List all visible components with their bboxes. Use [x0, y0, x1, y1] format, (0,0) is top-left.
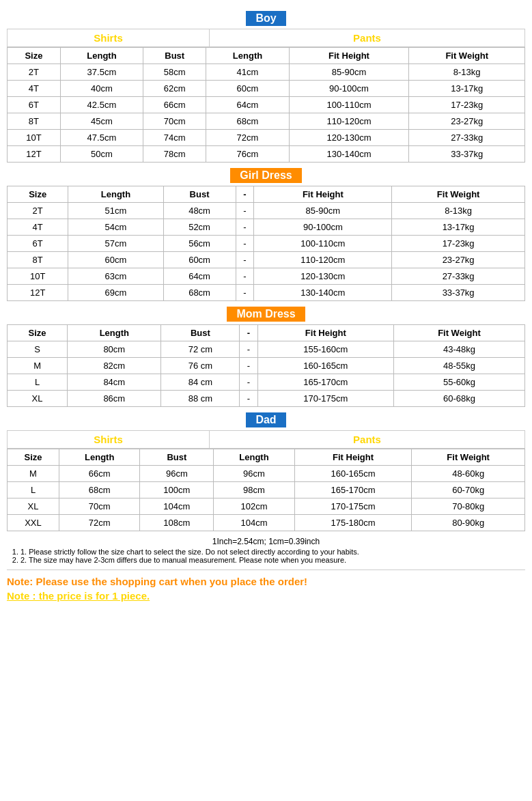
dad-shirts-label: Shirts: [7, 430, 209, 449]
girl-section: Girl Dress Size Length Bust - Fit Height…: [7, 168, 525, 301]
girl-fit-height: 110-120cm: [254, 252, 392, 268]
dad-row: M 66cm 96cm 96cm 160-165cm 48-60kg: [8, 466, 525, 482]
note1: 1. Please strictly follow the size chart…: [20, 548, 512, 556]
mom-fit-height: 170-175cm: [257, 391, 393, 407]
girl-dash: -: [236, 219, 254, 236]
dad-fit-height: 165-170cm: [294, 482, 412, 498]
boy-title-wrapper: Boy: [7, 11, 525, 26]
divider1: [7, 570, 525, 570]
conversion-note: 1Inch=2.54cm; 1cm=0.39inch: [7, 537, 525, 546]
dad-pant-length: 96cm: [214, 466, 294, 482]
girl-col-length: Length: [68, 186, 163, 203]
dad-size: M: [8, 466, 59, 482]
boy-shirt-bust: 62cm: [143, 81, 206, 97]
mom-row: S 80cm 72 cm - 155-160cm 43-48kg: [8, 341, 525, 358]
dad-fit-height: 170-175cm: [294, 498, 412, 515]
mom-bust: 88 cm: [161, 391, 240, 407]
boy-fit-height: 100-110cm: [289, 97, 409, 113]
boy-fit-height: 85-90cm: [289, 64, 409, 81]
boy-fit-weight: 33-37kg: [409, 146, 525, 163]
girl-dash: -: [236, 203, 254, 219]
boy-row: 6T 42.5cm 66cm 64cm 100-110cm 17-23kg: [8, 97, 525, 113]
big-note1: Note: Please use the shopping cart when …: [7, 576, 525, 587]
girl-length: 57cm: [68, 236, 163, 252]
mom-size: S: [8, 341, 68, 358]
mom-fit-weight: 55-60kg: [393, 374, 524, 391]
dad-title-wrapper: Dad: [7, 412, 525, 427]
dad-size: XXL: [8, 515, 59, 531]
girl-bust: 60cm: [163, 252, 236, 268]
mom-length: 82cm: [68, 358, 161, 374]
boy-subheader: Shirts Pants: [7, 29, 525, 47]
girl-dash: -: [236, 268, 254, 285]
boy-pant-length: 72cm: [206, 130, 289, 146]
girl-size: 10T: [8, 268, 68, 285]
boy-shirt-bust: 66cm: [143, 97, 206, 113]
boy-col-bust: Bust: [143, 48, 206, 64]
girl-table: Size Length Bust - Fit Height Fit Weight…: [7, 186, 525, 301]
dad-row: XL 70cm 104cm 102cm 170-175cm 70-80kg: [8, 498, 525, 515]
boy-fit-weight: 27-33kg: [409, 130, 525, 146]
boy-col-fitweight: Fit Weight: [409, 48, 525, 64]
dad-fit-weight: 80-90kg: [412, 515, 525, 531]
boy-shirt-length: 50cm: [60, 146, 143, 163]
note2: 2. The size may have 2-3cm differs due t…: [20, 556, 512, 564]
mom-col-fitheight: Fit Height: [257, 325, 393, 341]
mom-fit-height: 165-170cm: [257, 374, 393, 391]
boy-shirt-bust: 58cm: [143, 64, 206, 81]
mom-col-length: Length: [68, 325, 161, 341]
boy-fit-weight: 8-13kg: [409, 64, 525, 81]
boy-pant-length: 76cm: [206, 146, 289, 163]
girl-length: 63cm: [68, 268, 163, 285]
girl-length: 54cm: [68, 219, 163, 236]
dad-pant-length: 104cm: [214, 515, 294, 531]
dad-shirt-bust: 104cm: [140, 498, 214, 515]
dad-fit-weight: 60-70kg: [412, 482, 525, 498]
dad-col-fitweight: Fit Weight: [412, 449, 525, 466]
mom-row: XL 86cm 88 cm - 170-175cm 60-68kg: [8, 391, 525, 407]
girl-col-dash: -: [236, 186, 254, 203]
girl-fit-weight: 27-33kg: [392, 268, 525, 285]
girl-col-bust: Bust: [163, 186, 236, 203]
girl-row: 10T 63cm 64cm - 120-130cm 27-33kg: [8, 268, 525, 285]
girl-size: 6T: [8, 236, 68, 252]
dad-size: XL: [8, 498, 59, 515]
dad-col-size: Size: [8, 449, 59, 466]
mom-length: 86cm: [68, 391, 161, 407]
boy-row: 8T 45cm 70cm 68cm 110-120cm 23-27kg: [8, 113, 525, 130]
boy-pant-length: 60cm: [206, 81, 289, 97]
boy-pant-length: 64cm: [206, 97, 289, 113]
boy-shirt-bust: 78cm: [143, 146, 206, 163]
boy-col-size: Size: [8, 48, 61, 64]
girl-bust: 64cm: [163, 268, 236, 285]
dad-shirt-length: 72cm: [59, 515, 139, 531]
mom-dash: -: [240, 358, 258, 374]
dad-section: Dad Shirts Pants Size Length Bust Length…: [7, 412, 525, 531]
girl-dash: -: [236, 236, 254, 252]
dad-fit-weight: 48-60kg: [412, 466, 525, 482]
girl-row: 8T 60cm 60cm - 110-120cm 23-27kg: [8, 252, 525, 268]
girl-size: 12T: [8, 285, 68, 301]
dad-fit-height: 160-165cm: [294, 466, 412, 482]
boy-size: 6T: [8, 97, 61, 113]
dad-subheader: Shirts Pants: [7, 430, 525, 449]
girl-row: 4T 54cm 52cm - 90-100cm 13-17kg: [8, 219, 525, 236]
dad-title: Dad: [246, 412, 285, 427]
girl-title: Girl Dress: [230, 168, 301, 183]
dad-pants-label: Pants: [209, 430, 525, 449]
girl-fit-weight: 13-17kg: [392, 219, 525, 236]
dad-table: Size Length Bust Length Fit Height Fit W…: [7, 449, 525, 531]
mom-fit-weight: 60-68kg: [393, 391, 524, 407]
boy-fit-weight: 23-27kg: [409, 113, 525, 130]
girl-fit-weight: 33-37kg: [392, 285, 525, 301]
dad-shirt-length: 66cm: [59, 466, 139, 482]
boy-shirts-label: Shirts: [7, 29, 209, 47]
girl-length: 60cm: [68, 252, 163, 268]
mom-col-dash: -: [240, 325, 258, 341]
girl-dash: -: [236, 252, 254, 268]
boy-size: 8T: [8, 113, 61, 130]
dad-shirt-length: 70cm: [59, 498, 139, 515]
girl-fit-height: 85-90cm: [254, 203, 392, 219]
mom-dash: -: [240, 374, 258, 391]
girl-col-fitheight: Fit Height: [254, 186, 392, 203]
